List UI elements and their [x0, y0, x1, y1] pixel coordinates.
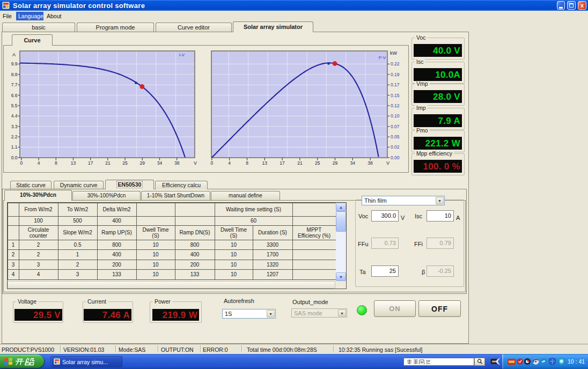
svg-text:V: V — [194, 160, 197, 166]
svg-text:29: 29 — [140, 160, 145, 166]
svg-text:4: 4 — [228, 160, 231, 166]
svg-text:9.9: 9.9 — [11, 61, 18, 67]
svg-text:0: 0 — [211, 160, 214, 166]
svg-text:5.5: 5.5 — [11, 103, 18, 108]
svg-text:8: 8 — [246, 160, 248, 166]
svg-text:kW: kW — [390, 50, 398, 56]
svg-text:38: 38 — [367, 160, 373, 166]
svg-text:25: 25 — [122, 160, 128, 166]
svg-text:0.22: 0.22 — [391, 61, 400, 67]
svg-text:13: 13 — [262, 160, 268, 166]
svg-text:21: 21 — [105, 160, 111, 166]
svg-text:13: 13 — [71, 160, 76, 166]
svg-text:25: 25 — [315, 160, 320, 166]
svg-text:34: 34 — [157, 160, 163, 166]
svg-text:3.3: 3.3 — [11, 124, 18, 129]
svg-text:0.12: 0.12 — [391, 103, 400, 108]
svg-text:I-V: I-V — [179, 53, 185, 57]
svg-text:17: 17 — [88, 160, 93, 166]
svg-text:0: 0 — [20, 160, 23, 166]
svg-text:1.1: 1.1 — [11, 144, 18, 150]
svg-text:4.4: 4.4 — [11, 113, 18, 119]
svg-text:0.07: 0.07 — [391, 124, 400, 129]
svg-text:8.8: 8.8 — [11, 72, 18, 77]
svg-text:29: 29 — [333, 160, 338, 166]
svg-text:0.19: 0.19 — [391, 72, 400, 77]
svg-text:P-V: P-V — [379, 55, 386, 60]
svg-text:0.15: 0.15 — [391, 93, 400, 98]
svg-text:17: 17 — [280, 160, 285, 166]
svg-text:0.00: 0.00 — [391, 155, 400, 160]
svg-text:7.7: 7.7 — [11, 82, 18, 87]
svg-text:0.17: 0.17 — [391, 82, 400, 87]
svg-text:4: 4 — [38, 160, 40, 166]
svg-text:0.10: 0.10 — [391, 113, 400, 119]
svg-text:8: 8 — [55, 160, 57, 166]
svg-text:0.02: 0.02 — [391, 144, 400, 150]
svg-text:34: 34 — [350, 160, 356, 166]
svg-text:0.0: 0.0 — [11, 155, 18, 160]
svg-text:V: V — [386, 160, 389, 166]
svg-text:6.6: 6.6 — [11, 93, 18, 98]
svg-text:38: 38 — [174, 160, 180, 166]
svg-text:0.05: 0.05 — [391, 134, 400, 139]
svg-text:A: A — [12, 52, 16, 57]
svg-text:2.2: 2.2 — [11, 134, 18, 139]
svg-text:21: 21 — [297, 160, 303, 166]
